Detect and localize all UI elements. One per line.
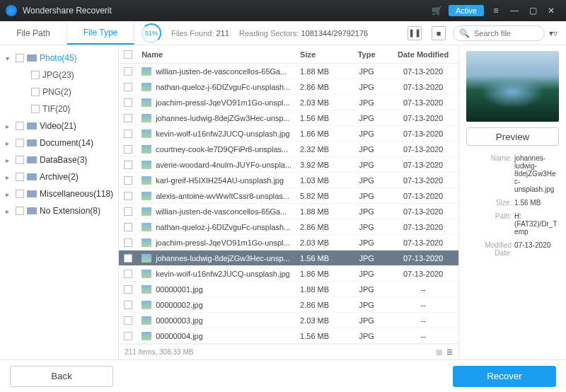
row-checkbox[interactable]	[124, 223, 132, 231]
file-name: 00000003.jpg	[137, 316, 296, 325]
recover-button[interactable]: Recover	[453, 366, 556, 387]
sidebar-item-tif[interactable]: TIF(20)	[0, 100, 118, 117]
col-name[interactable]: Name	[137, 50, 296, 59]
file-date: 07-13-2020	[388, 83, 458, 91]
file-date: --	[388, 332, 458, 340]
table-row[interactable]: joachim-pressl-JqeVO91m1Go-unspl...2.03 …	[119, 235, 458, 250]
table-row[interactable]: 00000001.jpg1.88 MBJPG--	[119, 282, 458, 297]
row-checkbox[interactable]	[124, 145, 132, 154]
row-checkbox[interactable]	[124, 332, 132, 340]
table-row[interactable]: willian-justen-de-vasconcellos-65Ga...1.…	[119, 204, 458, 219]
table-row[interactable]: nathan-queloz-j-6DIZvguFc-unsplash...2.8…	[119, 79, 458, 95]
stop-button[interactable]: ■	[432, 26, 446, 40]
reading-sectors-label: Reading Sectors:	[239, 29, 299, 38]
checkbox[interactable]	[31, 71, 40, 79]
activate-button[interactable]: Active	[449, 5, 484, 16]
sidebar-item-document[interactable]: ▸Document(14)	[0, 134, 118, 151]
table-row[interactable]: karl-greif-H5IXIH254AU-unsplash.jpg1.03 …	[119, 173, 458, 188]
checkbox[interactable]	[16, 139, 24, 147]
table-row[interactable]: nathan-queloz-j-6DIZvguFc-unsplash...2.8…	[119, 219, 458, 235]
sidebar-item-misc[interactable]: ▸Miscellaneous(118)	[0, 185, 118, 202]
row-checkbox[interactable]	[124, 192, 132, 200]
file-name: kevin-wolf-u16nfw2JUCQ-unsplash.jpg	[137, 270, 296, 278]
table-row[interactable]: kevin-wolf-u16nfw2JUCQ-unsplash.jpg1.86 …	[119, 266, 458, 282]
reading-sectors-value: 1081344/29792176	[301, 29, 368, 38]
app-title: Wondershare Recoverit	[23, 6, 112, 16]
file-date: --	[388, 316, 458, 325]
sidebar-item-photo[interactable]: ▾Photo(45)	[0, 50, 118, 67]
table-row[interactable]: 00000004.jpg1.56 MBJPG--	[119, 328, 458, 344]
file-date: 07-13-2020	[388, 254, 458, 263]
sidebar-item-video[interactable]: ▸Video(21)	[0, 117, 118, 134]
sidebar-item-jpg[interactable]: JPG(23)	[0, 67, 118, 83]
sidebar-item-png[interactable]: PNG(2)	[0, 83, 118, 100]
row-checkbox[interactable]	[124, 238, 132, 247]
row-checkbox[interactable]	[124, 207, 132, 216]
checkbox[interactable]	[16, 190, 24, 198]
checkbox[interactable]	[16, 122, 24, 130]
cart-icon[interactable]: 🛒	[427, 1, 446, 20]
table-row[interactable]: joachim-pressl-JqeVO91m1Go-unspl...2.03 …	[119, 95, 458, 110]
grid-view-icon[interactable]: ▦	[436, 348, 442, 356]
row-checkbox[interactable]	[124, 254, 132, 263]
table-row[interactable]: alexis-antoine-wvWwItCssr8-unsplas...5.8…	[119, 188, 458, 204]
file-thumb-icon	[142, 238, 151, 247]
sidebar-item-label: Miscellaneous(118)	[40, 189, 113, 199]
table-row[interactable]: kevin-wolf-u16nfw2JUCQ-unsplash.jpg1.86 …	[119, 126, 458, 142]
row-checkbox[interactable]	[124, 301, 132, 309]
checkbox[interactable]	[16, 156, 24, 164]
col-type[interactable]: Type	[345, 50, 388, 59]
row-checkbox[interactable]	[124, 67, 132, 76]
row-checkbox[interactable]	[124, 98, 132, 107]
table-row[interactable]: johannes-ludwig-8dejZGw3Hec-unsp...1.56 …	[119, 250, 458, 266]
checkbox[interactable]	[16, 207, 24, 215]
row-checkbox[interactable]	[124, 114, 132, 122]
file-type: JPG	[345, 98, 388, 107]
tab-file-type[interactable]: File Type	[67, 21, 134, 45]
table-row[interactable]: willian-justen-de-vasconcellos-65Ga...1.…	[119, 64, 458, 79]
file-size: 1.88 MB	[296, 67, 345, 76]
table-row[interactable]: averie-woodard-4nulm-JUYFo-unspla...3.92…	[119, 157, 458, 173]
col-date[interactable]: Date Modified	[388, 50, 458, 59]
row-checkbox[interactable]	[124, 285, 132, 294]
tab-file-path[interactable]: File Path	[0, 21, 67, 45]
table-row[interactable]: 00000002.jpg2.86 MBJPG--	[119, 297, 458, 313]
row-checkbox[interactable]	[124, 161, 132, 169]
checkbox[interactable]	[31, 105, 40, 113]
table-row[interactable]: courtney-cook-le7D9QFiPr8-unsplas...2.32…	[119, 142, 458, 157]
maximize-icon[interactable]: ▢	[524, 1, 542, 20]
search-input[interactable]	[474, 29, 538, 38]
sidebar-item-label: Photo(45)	[40, 53, 77, 63]
list-view-icon[interactable]: ☰	[446, 348, 453, 356]
col-size[interactable]: Size	[296, 50, 345, 59]
close-icon[interactable]: ✕	[542, 1, 560, 20]
checkbox[interactable]	[16, 173, 24, 181]
row-checkbox[interactable]	[124, 129, 132, 138]
minimize-icon[interactable]: —	[505, 1, 524, 20]
file-type: JPG	[345, 129, 388, 138]
file-size: 2.03 MB	[296, 98, 345, 107]
file-type: JPG	[345, 254, 388, 263]
sidebar-item-archive[interactable]: ▸Archive(2)	[0, 168, 118, 185]
row-checkbox[interactable]	[124, 316, 132, 325]
table-row[interactable]: johannes-ludwig-8dejZGw3Hec-unsp...1.56 …	[119, 110, 458, 126]
menu-icon[interactable]: ≡	[487, 1, 505, 20]
table-row[interactable]: 00000003.jpg2.03 MBJPG--	[119, 313, 458, 328]
sidebar-item-noext[interactable]: ▸No Extension(8)	[0, 202, 118, 219]
select-all-checkbox[interactable]	[124, 50, 132, 59]
row-checkbox[interactable]	[124, 83, 132, 91]
file-type: JPG	[345, 238, 388, 247]
filter-icon[interactable]: ▾▿	[545, 28, 562, 38]
sidebar-item-database[interactable]: ▸DataBase(3)	[0, 151, 118, 168]
file-size: 1.88 MB	[296, 285, 345, 294]
file-size: 5.82 MB	[296, 192, 345, 200]
checkbox[interactable]	[16, 54, 24, 62]
file-size: 1.56 MB	[296, 332, 345, 340]
row-checkbox[interactable]	[124, 176, 132, 185]
preview-button[interactable]: Preview	[466, 127, 559, 146]
search-box[interactable]: 🔍	[453, 25, 545, 41]
back-button[interactable]: Back	[10, 366, 113, 387]
row-checkbox[interactable]	[124, 270, 132, 278]
pause-button[interactable]: ❚❚	[408, 26, 422, 40]
checkbox[interactable]	[31, 88, 40, 96]
